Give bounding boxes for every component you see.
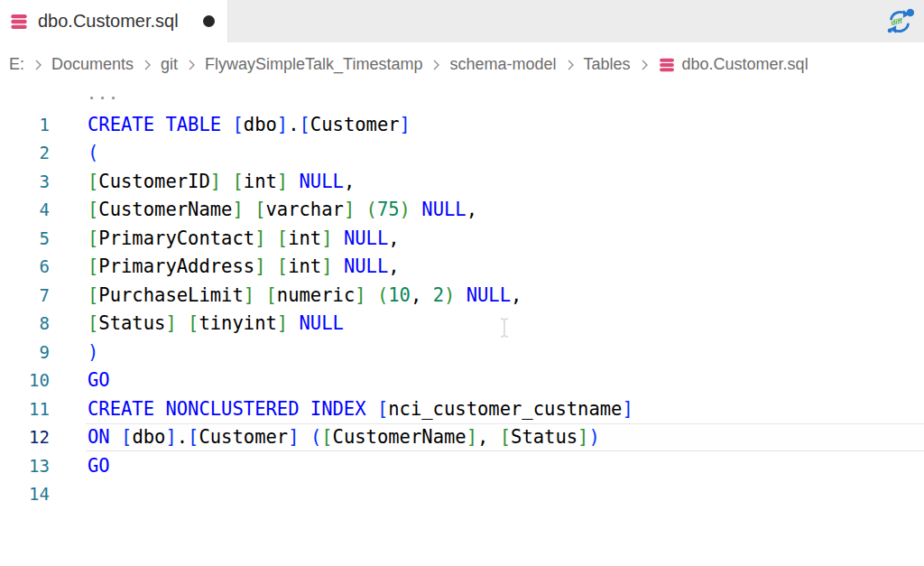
breadcrumb-item-git[interactable]: git <box>161 55 178 74</box>
code-line-text: ( <box>50 142 98 163</box>
code-line-text: GO <box>50 369 110 391</box>
code-line-text: GO <box>50 455 110 477</box>
code-line-text: [PrimaryContact] [int] NULL, <box>50 227 400 249</box>
chevron-right-icon <box>140 58 154 72</box>
breadcrumb-item-tables[interactable]: Tables <box>584 55 631 74</box>
chevron-right-icon <box>184 58 199 72</box>
tab-dbo-customer-sql[interactable]: dbo.Customer.sql <box>0 0 228 42</box>
database-icon <box>9 12 29 32</box>
line-number[interactable]: 2 <box>0 143 50 162</box>
breadcrumb: E: Documents git FlywaySimpleTalk_Timest… <box>0 42 924 87</box>
breadcrumb-item-schema-model[interactable]: schema-model <box>449 55 556 74</box>
unsaved-changes-dot[interactable] <box>203 15 215 27</box>
code-line-text: [PrimaryAddress] [int] NULL, <box>50 255 400 277</box>
code-line[interactable]: 8[Status] [tinyint] NULL <box>0 310 924 339</box>
line-number[interactable]: 13 <box>0 456 50 476</box>
breadcrumb-item-drive[interactable]: E: <box>9 55 24 74</box>
diff-icon-label: diff <box>891 16 904 27</box>
database-icon <box>658 56 676 74</box>
folded-region-indicator[interactable]: ··· <box>0 92 120 106</box>
breadcrumb-item-repo[interactable]: FlywaySimpleTalk_Timestamp <box>205 55 422 74</box>
code-line[interactable]: 10GO <box>0 367 924 395</box>
breadcrumb-item-file[interactable]: dbo.Customer.sql <box>658 55 808 74</box>
code-line[interactable]: 14 <box>0 480 924 509</box>
code-line[interactable]: 2( <box>0 139 924 168</box>
code-line-text: [PurchaseLimit] [numeric] (10, 2) NULL, <box>50 284 522 306</box>
breadcrumb-file-label: dbo.Customer.sql <box>682 55 808 74</box>
line-number[interactable]: 7 <box>0 285 50 305</box>
code-line-text: [CustomerName] [varchar] (75) NULL, <box>50 199 477 220</box>
chevron-right-icon <box>429 58 443 72</box>
line-number[interactable]: 3 <box>0 172 50 191</box>
chevron-right-icon <box>31 58 45 72</box>
code-line-text: [CustomerID] [int] NULL, <box>50 171 355 192</box>
code-line-text: CREATE TABLE [dbo].[Customer] <box>50 114 411 135</box>
tab-bar: dbo.Customer.sql diff <box>0 0 924 42</box>
line-number[interactable]: 1 <box>0 115 50 135</box>
code-line[interactable]: 1CREATE TABLE [dbo].[Customer] <box>0 110 924 139</box>
code-line[interactable]: 4[CustomerName] [varchar] (75) NULL, <box>0 196 924 225</box>
line-number[interactable]: 6 <box>0 256 50 276</box>
code-lines: 1CREATE TABLE [dbo].[Customer]2(3[Custom… <box>0 110 924 508</box>
code-line[interactable]: 13GO <box>0 451 924 480</box>
code-line[interactable]: 12ON [dbo].[Customer] ([CustomerName], [… <box>0 423 924 452</box>
line-number[interactable]: 14 <box>0 484 50 504</box>
code-line-text: CREATE NONCLUSTERED INDEX [nci_customer_… <box>50 398 633 420</box>
chevron-right-icon <box>563 58 578 72</box>
code-line[interactable]: 6[PrimaryAddress] [int] NULL, <box>0 253 924 282</box>
line-number[interactable]: 8 <box>0 313 50 333</box>
line-number[interactable]: 4 <box>0 199 50 219</box>
code-line[interactable]: 7[PurchaseLimit] [numeric] (10, 2) NULL, <box>0 281 924 310</box>
code-line-text: ) <box>50 341 98 363</box>
chevron-right-icon <box>637 58 651 72</box>
code-line[interactable]: 11CREATE NONCLUSTERED INDEX [nci_custome… <box>0 394 924 423</box>
code-editor[interactable]: ··· 1CREATE TABLE [dbo].[Customer]2(3[Cu… <box>0 87 924 566</box>
breadcrumb-item-documents[interactable]: Documents <box>51 55 134 74</box>
code-line[interactable]: 3[CustomerID] [int] NULL, <box>0 167 924 196</box>
folded-region-row: ··· <box>0 87 924 110</box>
line-number[interactable]: 9 <box>0 342 50 362</box>
code-line[interactable]: 5[PrimaryContact] [int] NULL, <box>0 224 924 253</box>
tab-bar-actions: diff <box>882 0 924 42</box>
tab-label: dbo.Customer.sql <box>38 11 194 32</box>
line-number[interactable]: 5 <box>0 228 50 248</box>
schema-diff-button[interactable]: diff <box>882 5 917 39</box>
line-number[interactable]: 12 <box>0 427 50 447</box>
code-line-text: ON [dbo].[Customer] ([CustomerName], [St… <box>50 426 600 448</box>
code-line-text: [Status] [tinyint] NULL <box>50 312 344 334</box>
code-line[interactable]: 9) <box>0 338 924 367</box>
line-number[interactable]: 10 <box>0 370 50 390</box>
line-number[interactable]: 11 <box>0 399 50 419</box>
